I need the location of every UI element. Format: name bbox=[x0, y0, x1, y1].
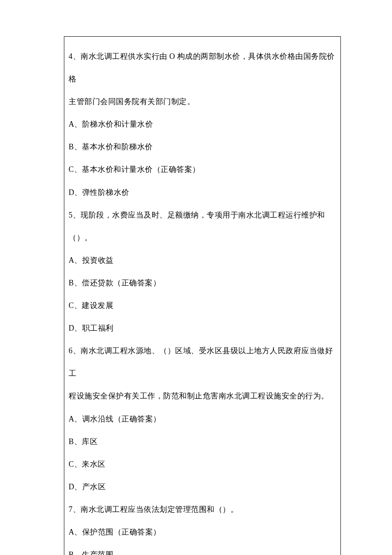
text-line: 4、南水北调工程供水实行由 O 构成的两部制水价，具体供水价格由国务院价格 bbox=[69, 45, 336, 90]
text-line: D、职工福利 bbox=[69, 317, 336, 340]
text-line: 5、现阶段，水费应当及时、足额缴纳，专项用于南水北调工程运行维护和（）。 bbox=[69, 204, 336, 249]
text-line: 6、南水北调工程水源地、（）区域、受水区县级以上地方人民政府应当做好工 bbox=[69, 340, 336, 385]
text-line: A、阶梯水价和计量水价 bbox=[69, 113, 336, 136]
text-line: 程设施安全保护有关工作，防范和制止危害南水北调工程设施安全的行为。 bbox=[69, 385, 336, 407]
text-line: C、基本水价和计量水价（正确答案） bbox=[69, 158, 336, 181]
text-line: A、调水沿线（正确答案） bbox=[69, 408, 336, 430]
text-line: B、基本水价和阶梯水价 bbox=[69, 136, 336, 158]
text-line: A、投资收益 bbox=[69, 249, 336, 272]
text-line: D、产水区 bbox=[69, 476, 336, 498]
text-line: A、保护范围（正确答案） bbox=[69, 521, 336, 543]
text-line: C、建设发展 bbox=[69, 294, 336, 317]
text-line: B、偿还贷款（正确答案） bbox=[69, 272, 336, 294]
text-line: D、弹性阶梯水价 bbox=[69, 181, 336, 204]
text-line: 7、南水北调工程应当依法划定管理范围和（）。 bbox=[69, 498, 336, 521]
document-content-box: 4、南水北调工程供水实行由 O 构成的两部制水价，具体供水价格由国务院价格 主管… bbox=[64, 36, 341, 555]
text-line: 主管部门会同国务院有关部门制定。 bbox=[69, 90, 336, 113]
text-line: B、库区 bbox=[69, 430, 336, 453]
text-line: C、来水区 bbox=[69, 453, 336, 476]
text-line: B、生产范围 bbox=[69, 543, 336, 555]
